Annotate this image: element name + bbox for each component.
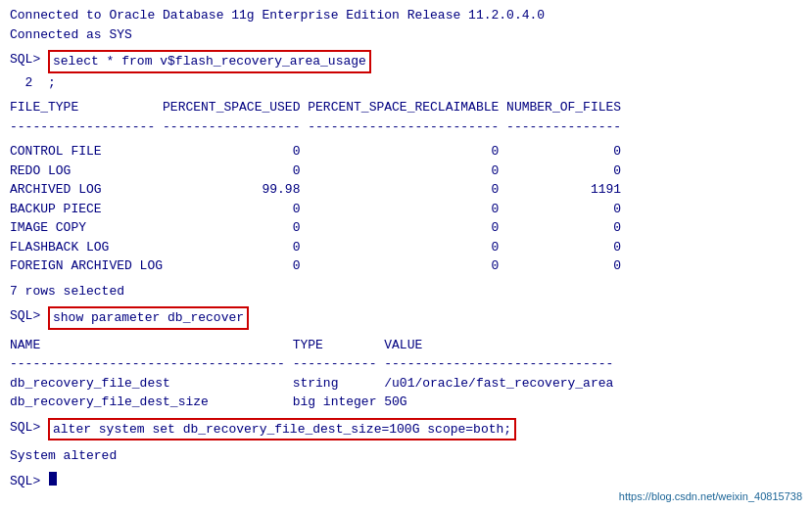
sql2-prompt: SQL> bbox=[10, 306, 48, 326]
sql1-line: SQL> select * from v$flash_recovery_area… bbox=[10, 50, 802, 73]
param1-line: db_recovery_file_dest string /u01/oracle… bbox=[10, 374, 802, 394]
header-line1: Connected to Oracle Database 11g Enterpr… bbox=[10, 6, 802, 25]
row-flashback-log: FLASHBACK LOG 0 0 0 bbox=[10, 238, 802, 257]
sql4-line: SQL> bbox=[10, 472, 802, 491]
row-foreign-archived-log: FOREIGN ARCHIVED LOG 0 0 0 bbox=[10, 256, 802, 276]
row-archived-log: ARCHIVED LOG 99.98 0 1191 bbox=[10, 180, 802, 200]
watermark: https://blog.csdn.net/weixin_40815738 bbox=[619, 490, 802, 502]
header-line2: Connected as SYS bbox=[10, 25, 802, 45]
col-divider: ------------------- ------------------ -… bbox=[10, 117, 802, 137]
sql4-prompt: SQL> bbox=[10, 472, 48, 491]
system-altered: System altered bbox=[10, 446, 802, 466]
param2-line: db_recovery_file_dest_size big integer 5… bbox=[10, 393, 802, 412]
sql3-command[interactable]: alter system set db_recovery_file_dest_s… bbox=[48, 418, 516, 441]
terminal: Connected to Oracle Database 11g Enterpr… bbox=[0, 0, 812, 510]
row-backup-piece: BACKUP PIECE 0 0 0 bbox=[10, 200, 802, 219]
sql3-line: SQL> alter system set db_recovery_file_d… bbox=[10, 418, 802, 441]
col-header: FILE_TYPE PERCENT_SPACE_USED PERCENT_SPA… bbox=[10, 98, 802, 117]
row-image-copy: IMAGE COPY 0 0 0 bbox=[10, 218, 802, 238]
row-redo-log: REDO LOG 0 0 0 bbox=[10, 162, 802, 181]
param-divider: ------------------------------------ ---… bbox=[10, 354, 802, 374]
sql3-prompt: SQL> bbox=[10, 418, 48, 438]
sql1-command[interactable]: select * from v$flash_recovery_area_usag… bbox=[48, 50, 371, 73]
rows-selected: 7 rows selected bbox=[10, 282, 802, 301]
sql1-prompt: SQL> bbox=[10, 50, 48, 70]
sql2-command[interactable]: show parameter db_recover bbox=[48, 306, 249, 330]
sql1-cont: 2 ; bbox=[10, 73, 802, 93]
sql2-line: SQL> show parameter db_recover bbox=[10, 306, 802, 330]
row-control-file: CONTROL FILE 0 0 0 bbox=[10, 142, 802, 162]
cursor bbox=[49, 472, 57, 486]
param-header: NAME TYPE VALUE bbox=[10, 336, 802, 355]
